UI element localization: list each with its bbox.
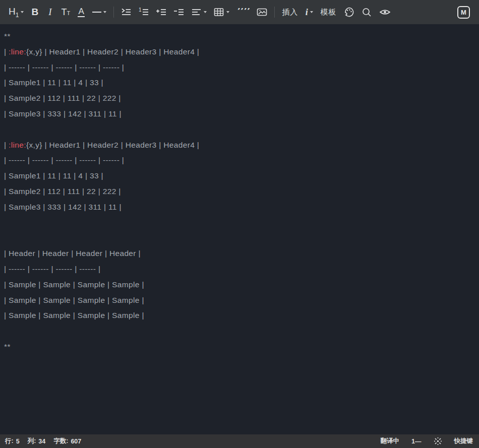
editor-line[interactable]: | ------ | ------ | ------ | ------ | --… [4, 60, 474, 76]
chevron-down-icon [21, 11, 24, 13]
editor-line[interactable]: | ------ | ------ | ------ | ------ | --… [4, 153, 474, 168]
palette-icon [343, 7, 354, 18]
editor-line[interactable] [4, 215, 474, 231]
template-label: 模板 [320, 8, 336, 17]
font-color-button[interactable]: A [75, 4, 88, 21]
column-value: 34 [38, 438, 45, 445]
table-icon [214, 7, 224, 17]
editor-line[interactable]: ** [4, 339, 474, 355]
statusbar-left: 行: 5 列: 34 字数: 607 [5, 437, 89, 445]
md-text: | [4, 47, 9, 56]
editor-line[interactable]: | Sample2 | 112 | 111 | 22 | 222 | [4, 184, 474, 200]
align-icon [192, 7, 202, 17]
bold-button[interactable]: B [28, 4, 41, 21]
ordered-list-icon: 1 [139, 7, 149, 17]
cursor-column-indicator: 列: 34 [28, 437, 46, 445]
md-text: | Sample2 | 112 | 111 | 22 | 222 | [4, 94, 121, 102]
editor-line[interactable]: ** [4, 29, 474, 44]
md-text: | Sample | Sample | Sample | Sample | [4, 296, 144, 304]
md-text: {x,y} | Header1 | Header2 | Header3 | He… [26, 47, 199, 56]
insert-button[interactable]: 插入 [279, 4, 301, 21]
font-size-icon: TT [61, 7, 70, 18]
editor-line[interactable]: | Sample1 | 11 | 11 | 4 | 33 | [4, 168, 474, 184]
md-text: | [4, 141, 9, 149]
md-text: | ------ | ------ | ------ | ------ | --… [4, 63, 124, 72]
toolbar-separator [113, 7, 114, 18]
editor-line[interactable]: | Sample | Sample | Sample | Sample | [4, 293, 474, 308]
md-text: | Sample | Sample | Sample | Sample | [4, 311, 144, 319]
column-label: 列: [28, 437, 36, 445]
editor-line[interactable]: | :line:{x,y} | Header1 | Header2 | Head… [4, 44, 474, 60]
toolbar-separator [274, 7, 275, 18]
heading-button[interactable]: H1 [6, 4, 26, 21]
insert-label: 插入 [282, 8, 298, 17]
editor-line[interactable] [4, 230, 474, 246]
chevron-down-icon [226, 11, 229, 13]
info-icon: i [306, 7, 308, 18]
word-count-indicator: 字数: 607 [53, 437, 81, 445]
md-token-accent: :line: [9, 141, 26, 149]
horizontal-rule-icon [92, 12, 101, 13]
editor-line[interactable]: | Sample3 | 333 | 142 | 311 | 11 | [4, 200, 474, 215]
search-icon [362, 7, 372, 18]
page-indicator[interactable]: 1— [411, 438, 421, 445]
add-indent-icon [156, 7, 167, 17]
indent-list-icon [121, 7, 132, 17]
theme-button[interactable] [341, 4, 357, 21]
reduce-indent-button[interactable] [171, 4, 187, 21]
line-value: 5 [16, 438, 20, 445]
quote-icon: ” [243, 8, 250, 16]
toolbar: H1 B I TT A 1 [0, 0, 479, 24]
indent-list-button[interactable] [118, 4, 134, 21]
horizontal-rule-button[interactable] [90, 4, 109, 21]
italic-icon: I [48, 7, 51, 18]
quote-icon: ” [236, 8, 243, 16]
italic-button[interactable]: I [43, 4, 56, 21]
md-text: | Sample3 | 333 | 142 | 311 | 11 | [4, 109, 122, 118]
app-logo[interactable]: M [457, 6, 470, 19]
editor-line[interactable]: | Sample3 | 333 | 142 | 311 | 11 | [4, 106, 474, 122]
chevron-down-icon [103, 11, 106, 13]
svg-text:1: 1 [139, 7, 142, 13]
ordered-list-button[interactable]: 1 [136, 4, 152, 21]
editor-line[interactable] [4, 122, 474, 138]
shortcuts-button[interactable]: 快捷键 [454, 437, 473, 445]
editor-line[interactable]: | Sample | Sample | Sample | Sample | [4, 277, 474, 293]
md-text: | ------ | ------ | ------ | ------ | --… [4, 156, 124, 164]
editor-line[interactable]: | Header | Header | Header | Header | [4, 246, 474, 262]
editor-line[interactable]: | Sample2 | 112 | 111 | 22 | 222 | [4, 91, 474, 106]
brightness-toggle[interactable] [434, 437, 442, 445]
editor-line[interactable]: | ------ | ------ | ------ | ------ | [4, 262, 474, 277]
search-button[interactable] [359, 4, 375, 21]
translate-status[interactable]: 翻译中 [381, 437, 400, 445]
md-text: | Sample | Sample | Sample | Sample | [4, 280, 144, 289]
md-token-accent: :line: [9, 47, 26, 56]
quote-button[interactable]: ”” [234, 4, 252, 21]
template-button[interactable]: 模板 [318, 4, 339, 21]
image-button[interactable] [254, 4, 270, 21]
table-button[interactable] [211, 4, 232, 21]
md-text: {x,y} | Header1 | Header2 | Header3 | He… [26, 141, 199, 149]
md-text: ** [4, 32, 11, 40]
image-icon [257, 7, 267, 17]
add-indent-button[interactable] [154, 4, 169, 21]
cursor-line-indicator: 行: 5 [5, 437, 20, 445]
md-text: ** [4, 342, 11, 351]
editor-line[interactable] [4, 324, 474, 339]
editor-line[interactable]: | Sample1 | 11 | 11 | 4 | 33 | [4, 75, 474, 91]
word-count-label: 字数: [53, 437, 68, 445]
heading-icon: H1 [9, 6, 19, 19]
statusbar-right: 翻译中 1— 快捷键 [381, 437, 473, 445]
bold-icon: B [32, 7, 39, 18]
line-label: 行: [5, 437, 14, 445]
editor-line[interactable]: | Sample | Sample | Sample | Sample | [4, 308, 474, 324]
align-button[interactable] [189, 4, 209, 21]
preview-button[interactable] [377, 4, 393, 21]
md-text: | Sample3 | 333 | 142 | 311 | 11 | [4, 203, 122, 211]
editor-content[interactable]: **| :line:{x,y} | Header1 | Header2 | He… [0, 24, 479, 434]
md-text: | ------ | ------ | ------ | ------ | [4, 265, 100, 273]
chevron-down-icon [204, 11, 207, 13]
info-dropdown-button[interactable]: i [303, 4, 316, 21]
editor-line[interactable]: | :line:{x,y} | Header1 | Header2 | Head… [4, 138, 474, 153]
font-size-button[interactable]: TT [58, 4, 73, 21]
